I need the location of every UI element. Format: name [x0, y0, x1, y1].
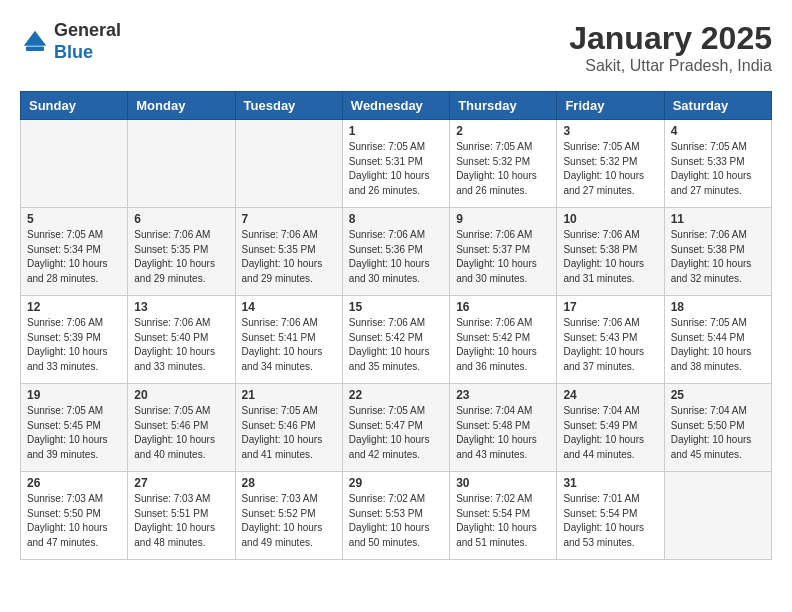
- calendar-week-row: 19Sunrise: 7:05 AM Sunset: 5:45 PM Dayli…: [21, 384, 772, 472]
- calendar-cell: [664, 472, 771, 560]
- day-number: 1: [349, 124, 443, 138]
- calendar-week-row: 26Sunrise: 7:03 AM Sunset: 5:50 PM Dayli…: [21, 472, 772, 560]
- calendar-cell: 15Sunrise: 7:06 AM Sunset: 5:42 PM Dayli…: [342, 296, 449, 384]
- calendar-header: SundayMondayTuesdayWednesdayThursdayFrid…: [21, 92, 772, 120]
- day-info: Sunrise: 7:06 AM Sunset: 5:39 PM Dayligh…: [27, 316, 121, 374]
- calendar-cell: [128, 120, 235, 208]
- day-number: 24: [563, 388, 657, 402]
- day-info: Sunrise: 7:06 AM Sunset: 5:41 PM Dayligh…: [242, 316, 336, 374]
- calendar-cell: 6Sunrise: 7:06 AM Sunset: 5:35 PM Daylig…: [128, 208, 235, 296]
- calendar-subtitle: Sakit, Uttar Pradesh, India: [569, 57, 772, 75]
- day-number: 20: [134, 388, 228, 402]
- page-header: General Blue January 2025 Sakit, Uttar P…: [20, 20, 772, 75]
- day-number: 3: [563, 124, 657, 138]
- calendar-title: January 2025: [569, 20, 772, 57]
- calendar-cell: 31Sunrise: 7:01 AM Sunset: 5:54 PM Dayli…: [557, 472, 664, 560]
- calendar-cell: 10Sunrise: 7:06 AM Sunset: 5:38 PM Dayli…: [557, 208, 664, 296]
- day-info: Sunrise: 7:05 AM Sunset: 5:44 PM Dayligh…: [671, 316, 765, 374]
- day-info: Sunrise: 7:06 AM Sunset: 5:36 PM Dayligh…: [349, 228, 443, 286]
- day-info: Sunrise: 7:02 AM Sunset: 5:53 PM Dayligh…: [349, 492, 443, 550]
- day-number: 16: [456, 300, 550, 314]
- day-number: 6: [134, 212, 228, 226]
- calendar-cell: [21, 120, 128, 208]
- day-info: Sunrise: 7:03 AM Sunset: 5:50 PM Dayligh…: [27, 492, 121, 550]
- calendar-cell: 14Sunrise: 7:06 AM Sunset: 5:41 PM Dayli…: [235, 296, 342, 384]
- calendar-cell: 9Sunrise: 7:06 AM Sunset: 5:37 PM Daylig…: [450, 208, 557, 296]
- day-number: 21: [242, 388, 336, 402]
- day-info: Sunrise: 7:03 AM Sunset: 5:51 PM Dayligh…: [134, 492, 228, 550]
- day-info: Sunrise: 7:05 AM Sunset: 5:32 PM Dayligh…: [563, 140, 657, 198]
- day-number: 14: [242, 300, 336, 314]
- day-number: 29: [349, 476, 443, 490]
- day-info: Sunrise: 7:05 AM Sunset: 5:32 PM Dayligh…: [456, 140, 550, 198]
- calendar-cell: 24Sunrise: 7:04 AM Sunset: 5:49 PM Dayli…: [557, 384, 664, 472]
- day-info: Sunrise: 7:06 AM Sunset: 5:38 PM Dayligh…: [671, 228, 765, 286]
- day-number: 13: [134, 300, 228, 314]
- day-number: 12: [27, 300, 121, 314]
- calendar-cell: 29Sunrise: 7:02 AM Sunset: 5:53 PM Dayli…: [342, 472, 449, 560]
- calendar-cell: 13Sunrise: 7:06 AM Sunset: 5:40 PM Dayli…: [128, 296, 235, 384]
- day-number: 26: [27, 476, 121, 490]
- calendar-cell: 25Sunrise: 7:04 AM Sunset: 5:50 PM Dayli…: [664, 384, 771, 472]
- day-info: Sunrise: 7:04 AM Sunset: 5:50 PM Dayligh…: [671, 404, 765, 462]
- day-number: 10: [563, 212, 657, 226]
- weekday-header: Sunday: [21, 92, 128, 120]
- day-info: Sunrise: 7:05 AM Sunset: 5:34 PM Dayligh…: [27, 228, 121, 286]
- calendar-body: 1Sunrise: 7:05 AM Sunset: 5:31 PM Daylig…: [21, 120, 772, 560]
- day-number: 25: [671, 388, 765, 402]
- day-number: 11: [671, 212, 765, 226]
- calendar-cell: 16Sunrise: 7:06 AM Sunset: 5:42 PM Dayli…: [450, 296, 557, 384]
- day-number: 5: [27, 212, 121, 226]
- day-info: Sunrise: 7:02 AM Sunset: 5:54 PM Dayligh…: [456, 492, 550, 550]
- day-number: 4: [671, 124, 765, 138]
- day-info: Sunrise: 7:04 AM Sunset: 5:48 PM Dayligh…: [456, 404, 550, 462]
- day-info: Sunrise: 7:06 AM Sunset: 5:37 PM Dayligh…: [456, 228, 550, 286]
- day-number: 27: [134, 476, 228, 490]
- calendar-cell: 11Sunrise: 7:06 AM Sunset: 5:38 PM Dayli…: [664, 208, 771, 296]
- calendar-week-row: 5Sunrise: 7:05 AM Sunset: 5:34 PM Daylig…: [21, 208, 772, 296]
- logo-icon: [20, 27, 50, 57]
- day-info: Sunrise: 7:06 AM Sunset: 5:43 PM Dayligh…: [563, 316, 657, 374]
- logo-blue: Blue: [54, 42, 121, 64]
- calendar-cell: 19Sunrise: 7:05 AM Sunset: 5:45 PM Dayli…: [21, 384, 128, 472]
- weekday-header: Saturday: [664, 92, 771, 120]
- day-info: Sunrise: 7:05 AM Sunset: 5:31 PM Dayligh…: [349, 140, 443, 198]
- day-info: Sunrise: 7:06 AM Sunset: 5:40 PM Dayligh…: [134, 316, 228, 374]
- title-block: January 2025 Sakit, Uttar Pradesh, India: [569, 20, 772, 75]
- weekday-header-row: SundayMondayTuesdayWednesdayThursdayFrid…: [21, 92, 772, 120]
- calendar-cell: 8Sunrise: 7:06 AM Sunset: 5:36 PM Daylig…: [342, 208, 449, 296]
- day-info: Sunrise: 7:06 AM Sunset: 5:42 PM Dayligh…: [349, 316, 443, 374]
- logo: General Blue: [20, 20, 121, 63]
- calendar-cell: 18Sunrise: 7:05 AM Sunset: 5:44 PM Dayli…: [664, 296, 771, 384]
- day-info: Sunrise: 7:05 AM Sunset: 5:46 PM Dayligh…: [242, 404, 336, 462]
- day-info: Sunrise: 7:06 AM Sunset: 5:35 PM Dayligh…: [134, 228, 228, 286]
- calendar-week-row: 1Sunrise: 7:05 AM Sunset: 5:31 PM Daylig…: [21, 120, 772, 208]
- day-number: 19: [27, 388, 121, 402]
- day-number: 30: [456, 476, 550, 490]
- calendar-cell: 2Sunrise: 7:05 AM Sunset: 5:32 PM Daylig…: [450, 120, 557, 208]
- day-info: Sunrise: 7:06 AM Sunset: 5:35 PM Dayligh…: [242, 228, 336, 286]
- weekday-header: Friday: [557, 92, 664, 120]
- calendar-week-row: 12Sunrise: 7:06 AM Sunset: 5:39 PM Dayli…: [21, 296, 772, 384]
- day-number: 2: [456, 124, 550, 138]
- day-number: 17: [563, 300, 657, 314]
- calendar-cell: 21Sunrise: 7:05 AM Sunset: 5:46 PM Dayli…: [235, 384, 342, 472]
- calendar-cell: 7Sunrise: 7:06 AM Sunset: 5:35 PM Daylig…: [235, 208, 342, 296]
- calendar-cell: 26Sunrise: 7:03 AM Sunset: 5:50 PM Dayli…: [21, 472, 128, 560]
- calendar-cell: 27Sunrise: 7:03 AM Sunset: 5:51 PM Dayli…: [128, 472, 235, 560]
- day-info: Sunrise: 7:05 AM Sunset: 5:45 PM Dayligh…: [27, 404, 121, 462]
- day-info: Sunrise: 7:06 AM Sunset: 5:42 PM Dayligh…: [456, 316, 550, 374]
- calendar-cell: 28Sunrise: 7:03 AM Sunset: 5:52 PM Dayli…: [235, 472, 342, 560]
- weekday-header: Thursday: [450, 92, 557, 120]
- calendar-cell: 30Sunrise: 7:02 AM Sunset: 5:54 PM Dayli…: [450, 472, 557, 560]
- day-info: Sunrise: 7:03 AM Sunset: 5:52 PM Dayligh…: [242, 492, 336, 550]
- calendar-cell: 5Sunrise: 7:05 AM Sunset: 5:34 PM Daylig…: [21, 208, 128, 296]
- day-number: 28: [242, 476, 336, 490]
- day-info: Sunrise: 7:05 AM Sunset: 5:47 PM Dayligh…: [349, 404, 443, 462]
- day-info: Sunrise: 7:05 AM Sunset: 5:46 PM Dayligh…: [134, 404, 228, 462]
- svg-marker-0: [24, 30, 47, 45]
- day-number: 9: [456, 212, 550, 226]
- day-info: Sunrise: 7:04 AM Sunset: 5:49 PM Dayligh…: [563, 404, 657, 462]
- weekday-header: Wednesday: [342, 92, 449, 120]
- day-number: 15: [349, 300, 443, 314]
